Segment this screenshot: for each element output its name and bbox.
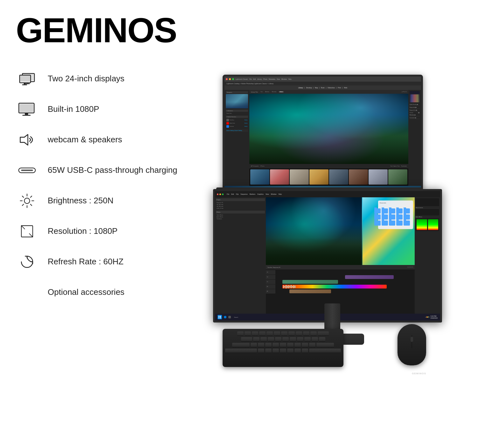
key-w[interactable] — [260, 337, 267, 342]
pr-effect-item-3[interactable]: Transitions — [216, 218, 265, 220]
lr-nav-develop[interactable]: Develop — [306, 87, 312, 89]
win-search-icon[interactable] — [224, 316, 226, 318]
pr-menu-markers[interactable]: Markers — [250, 193, 255, 195]
win-taskview-icon[interactable] — [228, 316, 231, 318]
key-n[interactable] — [294, 349, 301, 353]
key-3[interactable] — [259, 331, 266, 336]
pr-folder-11[interactable] — [374, 221, 381, 226]
lr-nav-web[interactable]: Web — [344, 87, 347, 89]
key-o[interactable] — [312, 337, 318, 342]
pr-folder-1[interactable] — [374, 208, 381, 214]
pr-folder-6[interactable] — [374, 214, 381, 220]
lr-thumbnails[interactable]: Thumbnails — [401, 166, 407, 167]
key-a[interactable] — [251, 343, 257, 347]
key-r[interactable] — [275, 337, 281, 342]
key-b[interactable] — [287, 349, 294, 353]
lr-film-item-1[interactable] — [250, 169, 269, 185]
lr-film-item-6[interactable] — [349, 169, 368, 185]
key-h[interactable] — [287, 343, 294, 347]
lr-quick-dev-label[interactable]: Quick Develop ▶ — [410, 104, 420, 106]
lr-metadata-label[interactable]: Metadata ▶ — [410, 114, 420, 116]
lr-film-item-8[interactable] — [388, 169, 407, 185]
lr-setup-1[interactable]: Set Up — [245, 119, 247, 121]
pr-menu-clip[interactable]: Clip — [236, 193, 239, 195]
key-v[interactable] — [280, 349, 286, 353]
lr-fb-label[interactable]: Facebook — [230, 126, 234, 127]
pr-menu-window[interactable]: Window — [271, 193, 277, 195]
key-k[interactable] — [302, 343, 308, 347]
lr-all-photos[interactable]: All Photographs — [251, 166, 259, 167]
lr-keywording-label[interactable]: Keywording ▶ — [410, 106, 420, 109]
pr-folder-13[interactable] — [389, 221, 395, 226]
pr-menu-sequence[interactable]: Sequence — [240, 193, 248, 195]
key-y[interactable] — [290, 337, 296, 342]
lr-film-item-5[interactable] — [329, 169, 348, 185]
key-e[interactable] — [268, 337, 274, 342]
key-u[interactable] — [297, 337, 303, 342]
key-shift-left[interactable] — [225, 349, 257, 353]
lr-film-item-7[interactable] — [369, 169, 388, 185]
lr-import-catalog[interactable]: Import Catalog | Export Catalog — [226, 129, 248, 132]
key-caps[interactable] — [232, 343, 250, 347]
key-backspace[interactable] — [318, 331, 329, 336]
pr-folder-8[interactable] — [389, 214, 395, 220]
lr-nav-library[interactable]: Library — [298, 87, 303, 89]
lr-comments-label[interactable]: Comments ▶ — [410, 117, 420, 119]
key-shift-right[interactable] — [309, 349, 341, 353]
key-enter[interactable] — [316, 343, 334, 347]
key-z[interactable] — [258, 349, 264, 353]
lr-nav-book[interactable]: Book — [321, 87, 324, 89]
win-search-text[interactable]: Search — [234, 316, 238, 318]
pr-folder-15[interactable] — [404, 221, 410, 226]
key-m[interactable] — [302, 349, 308, 353]
lr-drive-label[interactable]: Pixel Drive — [230, 119, 234, 121]
key-tab[interactable] — [241, 337, 252, 342]
pr-folder-2[interactable] — [382, 208, 388, 214]
key-4[interactable] — [266, 331, 273, 336]
key-q[interactable] — [253, 337, 259, 342]
pr-menu-help[interactable]: Help — [278, 193, 281, 195]
win-start-button[interactable] — [218, 315, 222, 319]
pr-clip-a2[interactable] — [289, 289, 331, 293]
key-6[interactable] — [281, 331, 287, 336]
pr-menu-file[interactable]: File — [227, 193, 229, 195]
key-g[interactable] — [280, 343, 286, 347]
pr-minimize[interactable] — [219, 193, 221, 195]
pr-folder-9[interactable] — [396, 214, 403, 220]
key-i[interactable] — [304, 337, 311, 342]
pr-maximize[interactable] — [222, 193, 224, 195]
lr-film-item-4[interactable] — [309, 169, 328, 185]
lr-setup-2[interactable]: Set Up — [245, 123, 247, 124]
pr-folder-5[interactable] — [404, 208, 410, 214]
lr-setup-3[interactable]: Set Up — [245, 126, 247, 127]
pr-clip-v1[interactable] — [282, 280, 338, 284]
pr-folder-7[interactable] — [382, 214, 388, 220]
pr-folder-3[interactable] — [389, 208, 395, 214]
key-f[interactable] — [273, 343, 279, 347]
lr-film-item-3[interactable] — [290, 169, 309, 185]
key-7[interactable] — [288, 331, 295, 336]
key-l[interactable] — [309, 343, 315, 347]
key-5[interactable] — [274, 331, 280, 336]
lr-nav-slideshow[interactable]: Slideshow — [328, 87, 335, 89]
key-j[interactable] — [294, 343, 301, 347]
key-2[interactable] — [252, 331, 258, 336]
lr-default-arrows[interactable]: ◀▶ — [418, 112, 420, 113]
key-s[interactable] — [258, 343, 264, 347]
key-8[interactable] — [296, 331, 302, 336]
key-9[interactable] — [303, 331, 309, 336]
pr-project-item-4[interactable]: audio_01.wav — [216, 207, 265, 209]
pr-menu-edit[interactable]: Edit — [231, 193, 234, 195]
key-p[interactable] — [319, 337, 325, 342]
key-0[interactable] — [310, 331, 317, 336]
lr-collection-item-1[interactable]: Smart Color... — [226, 112, 248, 114]
pr-clip-a1[interactable] — [282, 285, 387, 288]
key-esc[interactable] — [237, 331, 244, 336]
pr-menu-view[interactable]: View — [266, 193, 269, 195]
pr-folder-4[interactable] — [396, 208, 403, 214]
key-1[interactable] — [245, 331, 251, 336]
pr-folder-12[interactable] — [382, 221, 388, 226]
pr-folder-10[interactable] — [404, 214, 410, 220]
lr-adobe-label[interactable]: Adobe Stock — [230, 123, 235, 124]
key-x[interactable] — [265, 349, 272, 353]
